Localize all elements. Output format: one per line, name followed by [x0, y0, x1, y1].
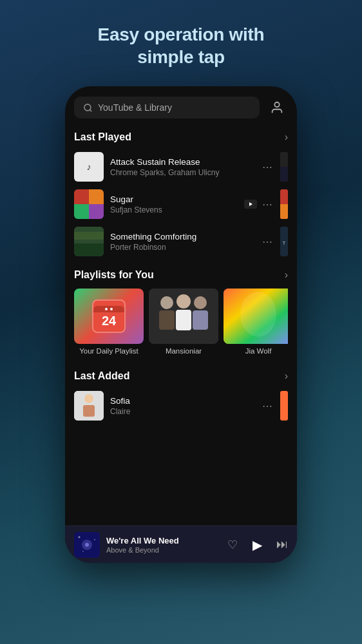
search-icon	[83, 103, 93, 113]
svg-rect-15	[280, 204, 288, 219]
last-played-header[interactable]: Last Played ›	[74, 125, 288, 148]
svg-point-22	[160, 296, 173, 309]
song-title-3: Something Comforting	[110, 232, 256, 242]
now-playing-bar[interactable]: We're All We Need Above & Beyond ♡ ▶ ⏭	[65, 526, 297, 563]
playlist-item-jiawolf[interactable]: Jia Wolf	[224, 289, 288, 355]
song-actions-3: ⋯	[262, 236, 274, 248]
now-playing-thumb	[74, 532, 100, 558]
svg-point-24	[176, 294, 191, 308]
last-played-chevron: ›	[285, 131, 288, 143]
search-bar[interactable]: YouTube & Library	[74, 97, 260, 118]
svg-rect-33	[280, 391, 288, 421]
svg-rect-6	[280, 152, 288, 167]
song-dots-1[interactable]: ⋯	[262, 161, 274, 173]
song-dots-sofia[interactable]: ⋯	[262, 400, 274, 412]
song-row-sofia[interactable]: Sofia Claire ⋯	[74, 387, 288, 424]
song-info-2: Sugar Sufjan Stevens	[110, 194, 238, 214]
last-added-header[interactable]: Last Added ›	[74, 364, 288, 387]
svg-rect-10	[74, 204, 89, 219]
svg-point-37	[79, 536, 81, 538]
song-artist-3: Porter Robinson	[110, 243, 256, 252]
song-info-sofia: Sofia Claire	[110, 396, 256, 416]
song-thumb-1: ♪	[74, 152, 104, 182]
song-row-3[interactable]: Something Comforting Porter Robinson ⋯ T	[74, 223, 288, 260]
playlists-header[interactable]: Playlists for You ›	[74, 263, 288, 286]
playlists-title: Playlists for You	[74, 269, 154, 281]
svg-text:T: T	[283, 241, 286, 245]
last-added-section: Last Added › Sofia Claire ⋯	[65, 364, 297, 424]
song-title-1: Attack Sustain Release	[110, 157, 256, 167]
last-played-title: Last Played	[74, 131, 131, 143]
headline: Easy operation withsimple tap	[72, 0, 291, 86]
song-actions-sofia: ⋯	[262, 400, 274, 412]
svg-point-26	[194, 296, 207, 309]
song-actions-1: ⋯	[262, 161, 274, 173]
svg-point-39	[82, 551, 84, 552]
playlist-name-daily: Your Daily Playlist	[74, 347, 144, 355]
song-actions-2: ⋯	[244, 198, 274, 211]
svg-rect-9	[89, 189, 104, 204]
song-thumb-sofia	[74, 391, 104, 421]
heart-button[interactable]: ♡	[227, 538, 238, 552]
search-placeholder: YouTube & Library	[98, 102, 172, 113]
svg-rect-25	[176, 310, 191, 330]
song-dots-2[interactable]: ⋯	[262, 198, 274, 211]
playlist-cover-daily: 24	[74, 289, 144, 344]
playlist-cover-mansioniar	[149, 289, 218, 344]
song-artist-2: Sufjan Stevens	[110, 205, 238, 214]
song-row-1[interactable]: ♪ Attack Sustain Release Chrome Sparks, …	[74, 148, 288, 185]
svg-line-1	[90, 109, 91, 111]
song-row-2[interactable]: Sugar Sufjan Stevens ⋯	[74, 185, 288, 223]
svg-point-38	[94, 539, 95, 540]
svg-rect-17	[74, 243, 104, 256]
svg-rect-18	[74, 232, 104, 240]
song-title-sofia: Sofia	[110, 396, 256, 406]
now-playing-title: We're All We Need	[106, 536, 221, 545]
svg-point-29	[240, 292, 276, 337]
search-area: YouTube & Library	[65, 86, 297, 125]
svg-point-2	[274, 102, 279, 107]
playlists-chevron: ›	[285, 269, 288, 281]
now-playing-artist: Above & Beyond	[106, 546, 221, 554]
svg-point-31	[84, 394, 93, 403]
now-playing-info: We're All We Need Above & Beyond	[106, 536, 221, 554]
playlist-name-mansioniar: Mansioniar	[149, 347, 218, 355]
playlists-section: Playlists for You › 24	[65, 263, 297, 361]
playlist-item-mansioniar[interactable]: Mansioniar	[149, 289, 218, 355]
skip-button[interactable]: ⏭	[276, 538, 288, 551]
song-info-1: Attack Sustain Release Chrome Sparks, Gr…	[110, 157, 256, 177]
song-dots-3[interactable]: ⋯	[262, 236, 274, 248]
svg-text:♪: ♪	[87, 162, 91, 172]
playlist-name-jiawolf: Jia Wolf	[224, 347, 288, 355]
play-button[interactable]: ▶	[247, 535, 267, 555]
youtube-icon-2[interactable]	[244, 200, 257, 209]
last-played-section: Last Played › ♪ Attack Sustain Release C…	[65, 125, 297, 260]
svg-point-0	[84, 104, 91, 110]
playlist-cover-jiawolf	[224, 289, 288, 344]
playlist-item-daily[interactable]: 24 Your Daily Playlist	[74, 289, 144, 355]
profile-icon[interactable]	[266, 97, 288, 118]
song-artist-1: Chrome Sparks, Graham Ulicny	[110, 168, 256, 177]
svg-rect-23	[159, 310, 175, 330]
svg-rect-11	[89, 204, 104, 219]
last-added-chevron: ›	[285, 370, 288, 382]
song-artist-sofia: Claire	[110, 407, 256, 416]
svg-rect-32	[83, 405, 95, 417]
song-info-3: Something Comforting Porter Robinson	[110, 232, 256, 252]
last-added-title: Last Added	[74, 370, 130, 382]
playlist-scroll: 24 Your Daily Playlist	[74, 286, 288, 361]
svg-rect-27	[193, 310, 208, 330]
svg-point-36	[85, 543, 89, 547]
phone-shell: YouTube & Library Last Played › ♪	[65, 86, 297, 563]
song-thumb-3	[74, 227, 104, 256]
now-playing-controls: ♡ ▶ ⏭	[227, 535, 288, 555]
song-thumb-2	[74, 189, 104, 219]
svg-rect-8	[74, 189, 89, 204]
song-title-2: Sugar	[110, 194, 238, 204]
